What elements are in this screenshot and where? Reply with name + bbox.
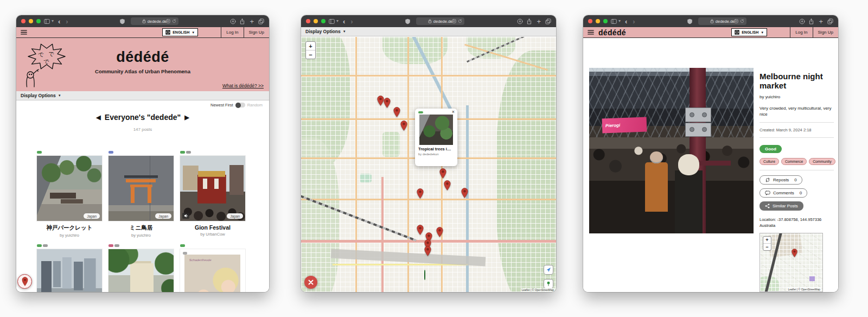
privacy-shield-icon[interactable] [405,18,411,24]
share-icon[interactable] [239,18,245,24]
close-map-button[interactable] [304,276,317,289]
map-pin[interactable] [461,188,468,198]
reposts-button[interactable]: Reposts 0 [760,175,802,185]
downloads-icon[interactable] [517,18,523,24]
map-attribution[interactable]: Leaflet | © OpenStreetMap [521,288,555,291]
back-button[interactable]: ‹ [342,18,346,25]
post-card[interactable]: Japan 神戸パークレット by yuichiro [37,151,102,238]
map-pin[interactable] [384,98,391,108]
page-settings-icon[interactable] [166,19,170,23]
map-pin[interactable] [424,246,431,256]
minimize-window-button[interactable] [314,19,318,23]
menu-icon[interactable] [588,30,594,35]
privacy-shield-icon[interactable] [687,18,693,24]
reload-icon[interactable] [458,19,462,23]
station-marker[interactable] [424,270,429,278]
back-button[interactable]: ‹ [57,18,61,25]
tag-community[interactable]: Community [809,158,835,165]
map-pin[interactable] [417,188,424,199]
menu-icon[interactable] [21,30,27,35]
prev-page-button[interactable]: ◀ [92,114,104,121]
tag-commerce[interactable]: Commerce [781,158,807,165]
forward-button[interactable]: › [631,18,636,25]
login-button[interactable]: Log In [790,27,812,37]
share-icon[interactable] [526,18,532,24]
signup-button[interactable]: Sign Up [244,27,269,37]
close-window-button[interactable] [588,19,592,23]
page-settings-icon[interactable] [452,19,456,23]
post-image[interactable]: Japan [108,156,174,221]
map-pin[interactable] [792,249,797,257]
post-image[interactable] [108,249,174,292]
fullscreen-window-button[interactable] [36,19,41,23]
locate-me-button[interactable] [544,265,553,275]
address-bar[interactable]: dedede.de [698,17,746,25]
chevron-down-icon[interactable]: ▾ [618,19,621,23]
minimize-window-button[interactable] [596,19,600,23]
post-photo[interactable]: Pierogi [589,68,754,233]
sidebar-icon[interactable] [611,18,617,24]
post-card[interactable] [37,244,102,292]
mini-map[interactable]: + − Leaflet | © OpenStreetMap [760,233,823,292]
address-bar[interactable]: dedede.de [131,17,178,25]
tabs-overview-icon[interactable] [827,18,833,24]
map-pin[interactable] [393,107,400,117]
post-card[interactable]: Japan Gion Festival by UrbanCow [180,151,245,237]
display-options-bar[interactable]: Display Options ▼ [16,91,269,100]
sidebar-icon[interactable] [329,18,335,24]
next-page-button[interactable]: ▶ [181,114,193,121]
tabs-overview-icon[interactable] [258,18,264,24]
zoom-in-button[interactable]: + [763,237,771,243]
similar-posts-button[interactable]: Similar Posts [760,201,803,211]
privacy-shield-icon[interactable] [119,18,125,24]
close-icon[interactable]: × [452,110,455,115]
map-pin[interactable] [417,225,424,235]
post-image[interactable] [37,249,102,292]
new-tab-button[interactable]: + [535,18,542,25]
reload-icon[interactable] [172,19,176,23]
zoom-in-button[interactable]: + [306,42,315,50]
new-tab-button[interactable]: + [248,18,255,25]
display-options-bar[interactable]: Display Options ▼ [301,27,556,36]
tag-culture[interactable]: Culture [760,158,779,165]
zoom-out-button[interactable]: − [763,243,771,250]
page-settings-icon[interactable] [734,19,738,23]
downloads-icon[interactable] [799,18,805,24]
forward-button[interactable]: › [349,18,354,25]
login-button[interactable]: Log In [221,27,243,37]
popup-title[interactable]: Tropical trees i… [418,147,454,151]
post-card[interactable]: Japan ミニ鳥居 by yuichiro [108,151,174,238]
map-canvas[interactable]: × Tropical trees i… by dededekun + − Lea… [301,37,556,292]
language-selector[interactable]: ENGLISH ▼ [162,28,198,36]
audio-icon[interactable] [182,213,189,219]
sidebar-icon[interactable] [44,18,50,24]
site-logo[interactable]: dédédé [598,28,626,37]
downloads-icon[interactable] [230,18,236,24]
minimize-window-button[interactable] [29,19,33,23]
map-pin[interactable] [444,180,451,191]
sort-toggle[interactable] [235,103,245,107]
zoom-out-button[interactable]: − [306,50,315,59]
station-layer-button[interactable] [544,279,553,289]
map-pin[interactable] [400,121,407,131]
language-selector[interactable]: ENGLISH ▼ [731,28,767,36]
close-window-button[interactable] [306,19,310,23]
fullscreen-window-button[interactable] [321,19,326,23]
signup-button[interactable]: Sign Up [813,27,838,37]
share-icon[interactable] [808,18,814,24]
chevron-down-icon[interactable]: ▾ [336,19,339,23]
post-image[interactable]: Japan [180,156,245,221]
post-image[interactable]: Schadenfreude [180,249,245,292]
popup-thumbnail[interactable] [419,115,453,145]
forward-button[interactable]: › [65,18,69,25]
map-attribution[interactable]: Leaflet | © OpenStreetMap [787,288,821,291]
post-card[interactable] [108,244,174,292]
chevron-down-icon[interactable]: ▾ [52,19,54,23]
fullscreen-window-button[interactable] [603,19,608,23]
new-tab-button[interactable]: + [818,18,824,25]
map-pin[interactable] [436,227,443,237]
reload-icon[interactable] [740,19,744,23]
close-window-button[interactable] [21,19,25,23]
post-card[interactable]: Schadenfreude [180,244,245,292]
address-bar[interactable]: dedede.de [416,17,464,25]
